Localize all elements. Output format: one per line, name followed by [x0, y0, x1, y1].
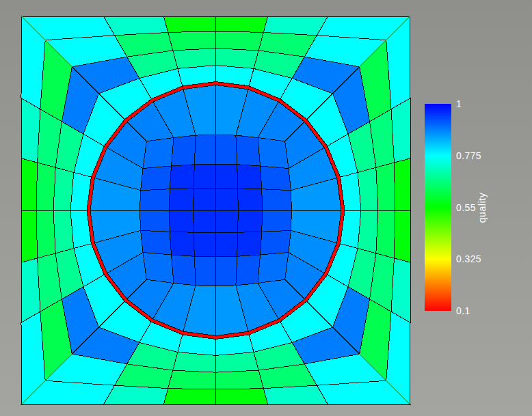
mesh-cell: [170, 189, 194, 210]
mesh-cell: [216, 232, 238, 257]
mesh-cell: [216, 256, 237, 286]
mesh-cell: [216, 135, 237, 165]
mesh-cell: [194, 256, 215, 286]
mesh-cell: [163, 389, 215, 404]
mesh-cell: [263, 16, 328, 36]
mesh-cell: [358, 167, 378, 210]
mesh-cell: [216, 164, 238, 189]
colorbar-gradient: [425, 104, 451, 311]
mesh-cell: [143, 253, 174, 283]
colorbar-title: quality: [477, 192, 488, 223]
render-window: 1 0.775 0.55 0.325 0.1 quality: [0, 0, 532, 416]
mesh-cell: [237, 165, 262, 189]
mesh-cell: [376, 210, 395, 258]
mesh-cell: [236, 255, 261, 286]
mesh-cell: [141, 230, 172, 255]
mesh-cell: [36, 163, 55, 210]
mesh-cell: [172, 135, 196, 166]
colorbar-tick-775: 0.775: [456, 150, 481, 161]
mesh-cell: [140, 210, 170, 232]
mesh-cell: [376, 163, 395, 210]
mesh-cell: [140, 189, 170, 210]
mesh-cell: [194, 232, 215, 257]
mesh-cell: [262, 210, 292, 232]
mesh-cell: [216, 210, 239, 233]
mesh-cell: [141, 166, 172, 191]
mesh-cell: [194, 188, 216, 210]
mesh-cell: [104, 385, 168, 404]
mesh-cell: [216, 352, 259, 373]
mesh-cell: [168, 370, 216, 389]
mesh-cell: [238, 189, 263, 210]
mesh-cell: [216, 48, 259, 69]
mesh-cell: [143, 138, 174, 169]
mesh-cell: [394, 210, 410, 262]
mesh-cell: [170, 232, 194, 256]
mesh-cell: [261, 230, 291, 255]
mesh-cell: [21, 210, 38, 262]
mesh-cell: [53, 167, 74, 210]
mesh-cell: [170, 165, 194, 189]
mesh-cell: [216, 31, 264, 51]
mesh-cell: [237, 232, 262, 256]
mesh-cell: [236, 135, 261, 166]
mesh-cell: [194, 135, 215, 165]
mesh-cell: [173, 48, 216, 69]
colorbar-tick-min: 0.1: [456, 305, 470, 316]
mesh-cell: [391, 258, 410, 322]
mesh-cell: [170, 210, 194, 232]
mesh-cell: [168, 31, 216, 51]
mesh-cell: [394, 158, 410, 210]
mesh-cell: [216, 188, 239, 210]
mesh-cell: [216, 370, 264, 389]
mesh-cell: [262, 189, 292, 210]
mesh-cell: [194, 210, 216, 233]
mesh-cell: [194, 164, 215, 189]
mesh-cell: [36, 210, 55, 258]
mesh-cell: [173, 352, 216, 373]
mesh-cell: [216, 16, 268, 32]
colorbar-tick-max: 1: [456, 98, 462, 109]
mesh-cell: [21, 98, 40, 163]
mesh-cell: [258, 253, 289, 283]
mesh-cell: [258, 138, 289, 169]
mesh-viewport[interactable]: [0, 0, 532, 416]
mesh-cell: [358, 210, 378, 253]
mesh-cell: [163, 16, 215, 32]
mesh-cell: [172, 255, 196, 286]
mesh-cell: [261, 166, 291, 191]
mesh-cell: [21, 158, 38, 210]
colorbar-tick-325: 0.325: [456, 253, 481, 264]
colorbar-tick-55: 0.55: [456, 202, 476, 213]
mesh-cell: [238, 210, 263, 232]
mesh-cell: [53, 210, 74, 253]
mesh-cell: [216, 389, 268, 404]
